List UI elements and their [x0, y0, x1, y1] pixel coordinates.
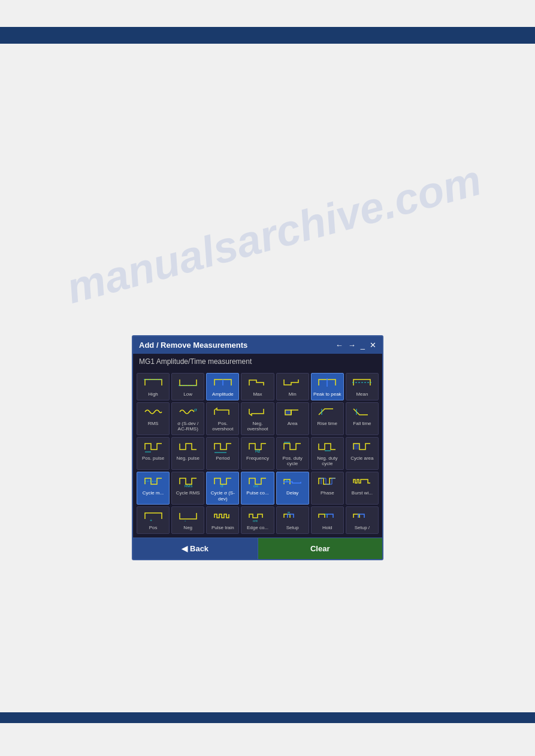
- svg-rect-18: [316, 405, 338, 418]
- meas-item-cycle_rms[interactable]: RMSCycle RMS: [171, 472, 204, 505]
- dialog-body: HighLowAmplitudeMaxMinPeak to peakMeanRM…: [133, 369, 382, 538]
- mean-icon: [351, 376, 373, 390]
- meas-item-mean[interactable]: Mean: [346, 373, 379, 400]
- frequency-label: Frequency: [246, 456, 269, 462]
- high-icon: [143, 376, 164, 390]
- meas-item-period[interactable]: Period: [206, 437, 239, 470]
- min-icon: [282, 376, 303, 390]
- meas-item-neg_pulse[interactable]: Neg. pulse: [171, 437, 204, 470]
- rise_time-icon: [316, 405, 338, 420]
- meas-item-fall_time[interactable]: Fall time: [346, 402, 379, 435]
- svg-rect-12: [143, 405, 164, 418]
- meas-item-rms[interactable]: RMS: [137, 402, 170, 435]
- dialog-subtitle: MG1 Amplitude/Time measurement: [133, 354, 382, 369]
- svg-rect-54: [282, 509, 303, 523]
- amplitude-icon: [212, 376, 234, 390]
- meas-item-setup[interactable]: Setup: [276, 506, 309, 534]
- measurement-grid: HighLowAmplitudeMaxMinPeak to peakMeanRM…: [137, 373, 379, 534]
- sigma-icon: σ: [177, 405, 199, 420]
- svg-text:σ: σ: [194, 407, 197, 412]
- peak_to_peak-icon: [316, 376, 338, 390]
- neg_overshoot-label: Neg. overshoot: [243, 421, 272, 432]
- meas-item-hold[interactable]: Hold: [311, 506, 344, 534]
- pulse_co-icon: cnt: [247, 475, 268, 489]
- sigma-label: σ (S-dev / AC-RMS): [173, 421, 202, 432]
- meas-item-low[interactable]: Low: [171, 373, 204, 400]
- meas-item-edge_co[interactable]: cntEdge co...: [241, 506, 274, 534]
- back-arrow-button[interactable]: ←: [335, 341, 343, 350]
- delay-label: Delay: [286, 490, 298, 496]
- svg-rect-43: [282, 475, 303, 488]
- area-label: Area: [288, 421, 298, 427]
- pos_overshoot-label: Pos. overshoot: [208, 421, 237, 432]
- measurements-dialog: Add / Remove Measurements ← → _ ✕ MG1 Am…: [132, 335, 383, 560]
- meas-item-cycle_sigma[interactable]: σCycle σ (S-dev): [206, 472, 239, 505]
- meas-item-neg_overshoot[interactable]: Neg. overshoot: [241, 402, 274, 435]
- hold-icon: [316, 509, 338, 524]
- svg-text:Hz: Hz: [255, 449, 261, 453]
- meas-item-pulse_co[interactable]: cntPulse co...: [241, 472, 274, 505]
- meas-item-peak_to_peak[interactable]: Peak to peak: [311, 373, 344, 400]
- cycle_sigma-icon: σ: [212, 475, 234, 489]
- svg-rect-22: [143, 440, 164, 453]
- meas-item-high[interactable]: High: [137, 373, 170, 400]
- rms-label: RMS: [148, 421, 159, 427]
- pos_pulse-icon: [143, 440, 164, 454]
- pos-label: Pos: [149, 525, 158, 531]
- svg-rect-51: [212, 509, 234, 523]
- meas-item-frequency[interactable]: HzFrequency: [241, 437, 274, 470]
- high-label: High: [148, 391, 158, 397]
- hold-label: Hold: [322, 525, 332, 531]
- meas-item-pulse_train[interactable]: Pulse train: [206, 506, 239, 534]
- mean-label: Mean: [356, 391, 368, 397]
- back-icon: ◀: [182, 544, 188, 553]
- edge_co-label: Edge co...: [247, 525, 268, 531]
- period-label: Period: [216, 456, 229, 462]
- pos_pulse-label: Pos. pulse: [142, 456, 164, 462]
- clear-button[interactable]: Clear: [258, 538, 383, 559]
- meas-item-neg_duty[interactable]: Neg. duty cycle: [311, 437, 344, 470]
- meas-item-area[interactable]: Area: [276, 402, 309, 435]
- meas-item-setup2[interactable]: Setup /: [346, 506, 379, 534]
- max-icon: [247, 376, 268, 390]
- meas-item-neg[interactable]: -Neg: [171, 506, 204, 534]
- setup2-icon: [351, 509, 373, 524]
- meas-item-pos_duty[interactable]: Pos. duty cycle: [276, 437, 309, 470]
- minimize-button[interactable]: _: [361, 341, 365, 350]
- meas-item-min[interactable]: Min: [276, 373, 309, 400]
- neg-icon: -: [177, 509, 199, 524]
- fall_time-icon: [351, 405, 373, 420]
- svg-text:cnt: cnt: [253, 519, 258, 523]
- svg-rect-45: [316, 475, 338, 488]
- setup-icon: [282, 509, 303, 524]
- meas-item-burst_wi[interactable]: Burst wi...: [346, 472, 379, 505]
- meas-item-pos_pulse[interactable]: Pos. pulse: [137, 437, 170, 470]
- neg-label: Neg: [183, 525, 192, 531]
- close-button[interactable]: ✕: [370, 341, 376, 350]
- svg-rect-2: [177, 376, 199, 389]
- dialog-footer: ◀ Back Clear: [133, 538, 382, 559]
- meas-item-pos[interactable]: +Pos: [137, 506, 170, 534]
- meas-item-sigma[interactable]: σσ (S-dev / AC-RMS): [171, 402, 204, 435]
- svg-rect-29: [282, 440, 303, 453]
- meas-item-pos_overshoot[interactable]: Pos. overshoot: [206, 402, 239, 435]
- phase-icon: [316, 475, 338, 489]
- back-button[interactable]: ◀ Back: [133, 538, 258, 559]
- svg-rect-16: [247, 405, 268, 418]
- meas-item-max[interactable]: Max: [241, 373, 274, 400]
- meas-item-cycle_area[interactable]: Cycle area: [346, 437, 379, 470]
- meas-item-cycle_mean[interactable]: Cycle m...: [137, 472, 170, 505]
- bottom-bar: [0, 712, 535, 723]
- svg-rect-58: [351, 509, 373, 523]
- cycle_rms-label: Cycle RMS: [176, 490, 200, 496]
- dialog-titlebar: Add / Remove Measurements ← → _ ✕: [133, 336, 382, 354]
- pulse_train-label: Pulse train: [211, 525, 234, 531]
- period-icon: [212, 440, 234, 454]
- meas-item-phase[interactable]: Phase: [311, 472, 344, 505]
- meas-item-delay[interactable]: Delay: [276, 472, 309, 505]
- meas-item-rise_time[interactable]: Rise time: [311, 402, 344, 435]
- svg-text:RMS: RMS: [185, 484, 192, 488]
- meas-item-amplitude[interactable]: Amplitude: [206, 373, 239, 400]
- pos_duty-label: Pos. duty cycle: [278, 456, 307, 467]
- forward-arrow-button[interactable]: →: [348, 341, 356, 350]
